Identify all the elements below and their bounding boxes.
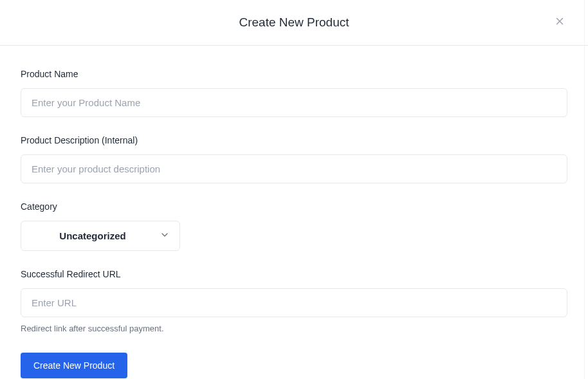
create-product-modal: Create New Product Product Name Product … xyxy=(0,0,588,379)
modal-header: Create New Product xyxy=(0,0,588,46)
redirect-url-group: Successful Redirect URL Redirect link af… xyxy=(21,269,567,333)
category-group: Category Uncategorized xyxy=(21,201,567,251)
close-button[interactable] xyxy=(552,14,567,30)
product-description-input[interactable] xyxy=(21,154,567,183)
product-name-label: Product Name xyxy=(21,69,567,79)
category-select-wrapper: Uncategorized xyxy=(21,221,180,251)
category-select[interactable]: Uncategorized xyxy=(21,221,180,251)
product-name-group: Product Name xyxy=(21,69,567,117)
close-icon xyxy=(554,15,565,29)
right-edge-divider xyxy=(584,0,588,379)
modal-body: Product Name Product Description (Intern… xyxy=(0,46,588,379)
product-description-group: Product Description (Internal) xyxy=(21,135,567,183)
category-label: Category xyxy=(21,201,567,212)
redirect-url-label: Successful Redirect URL xyxy=(21,269,567,279)
create-product-button[interactable]: Create New Product xyxy=(21,353,127,378)
modal-title: Create New Product xyxy=(21,15,567,30)
redirect-url-help: Redirect link after successful payment. xyxy=(21,324,567,333)
product-description-label: Product Description (Internal) xyxy=(21,135,567,145)
product-name-input[interactable] xyxy=(21,88,567,117)
redirect-url-input[interactable] xyxy=(21,288,567,317)
